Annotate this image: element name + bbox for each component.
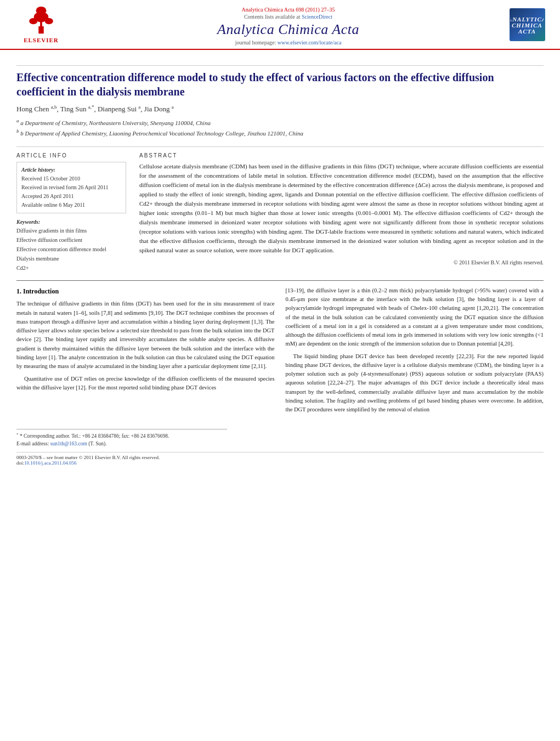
- body-divider: [16, 280, 544, 281]
- keywords-list: Diffusive gradients in thin films Effect…: [16, 226, 126, 273]
- elsevier-tree-icon: [22, 5, 60, 36]
- aca-logo: ANALYTICA CHIMICA ACTA: [510, 8, 545, 41]
- article-info-col: Article Info Article history: Received 1…: [16, 152, 126, 273]
- journal-title: Analytica Chimica Acta: [217, 21, 359, 38]
- svg-point-5: [36, 7, 47, 15]
- keywords-heading: Keywords:: [16, 219, 126, 225]
- article-info-heading: Article Info: [16, 152, 126, 159]
- body-para-2: Quantitative use of DGT relies on precis…: [16, 375, 275, 393]
- keywords-section: Keywords: Diffusive gradients in thin fi…: [16, 219, 126, 273]
- body-col-left: 1. Introduction The technique of diffusi…: [16, 286, 275, 418]
- article-body: Effective concentration difference model…: [0, 50, 560, 477]
- keyword-5: Cd2+: [16, 263, 126, 273]
- title-divider: [16, 65, 544, 66]
- journal-logo-right: ANALYTICA CHIMICA ACTA: [505, 4, 549, 49]
- body-para-4: The liquid binding phase DGT device has …: [286, 352, 544, 415]
- abstract-text: Cellulose acetate dialysis membrane (CDM…: [139, 162, 544, 255]
- body-para-3: [13–19], the diffusive layer is a thin (…: [286, 286, 544, 349]
- svg-point-6: [39, 29, 43, 32]
- online-date: Available online 6 May 2011: [21, 201, 121, 210]
- keyword-1: Diffusive gradients in thin films: [16, 226, 126, 235]
- abstract-col: Abstract Cellulose acetate dialysis memb…: [139, 152, 544, 273]
- sciencedirect-line: Contents lists available at ScienceDirec…: [244, 14, 332, 20]
- email-person: (T. Sun).: [88, 441, 106, 446]
- copyright-line: © 2011 Elsevier B.V. All rights reserved…: [139, 259, 544, 265]
- received-date: Received 15 October 2010: [21, 174, 121, 183]
- elsevier-label: ELSEVIER: [24, 37, 59, 43]
- section1-heading: 1. Introduction: [16, 286, 275, 297]
- footnote: * * Corresponding author. Tel.: +86 24 8…: [16, 432, 544, 448]
- footnote-divider: [16, 429, 227, 429]
- email-line: E-mail address: sun1th@163.com (T. Sun).: [16, 440, 544, 448]
- keyword-3: Effective concentration difference model: [16, 245, 126, 254]
- info-divider: [16, 146, 544, 147]
- history-label: Article history:: [21, 166, 121, 174]
- journal-meta-text: Analytica Chimica Acta 698 (2011) 27–35: [242, 7, 335, 13]
- aca-logo-icon: ANALYTICA CHIMICA ACTA: [511, 9, 544, 39]
- article-info-box: Article history: Received 15 October 201…: [16, 162, 126, 213]
- keyword-2: Effective diffusion coefficient: [16, 235, 126, 245]
- journal-center: Analytica Chimica Acta 698 (2011) 27–35 …: [71, 4, 505, 49]
- doi-label: doi:: [16, 460, 24, 466]
- issn-line: 0003-2670/$ – see front matter © 2011 El…: [16, 455, 160, 460]
- affiliation-a: a a Department of Chemistry, Northeaster…: [16, 117, 544, 127]
- doi-value: 10.1016/j.aca.2011.04.056: [24, 460, 76, 466]
- star-note: * * Corresponding author. Tel.: +86 24 8…: [16, 432, 544, 440]
- page: ELSEVIER Analytica Chimica Acta 698 (201…: [0, 0, 560, 741]
- article-title: Effective concentration difference model…: [16, 70, 544, 99]
- svg-text:ACTA: ACTA: [518, 28, 536, 35]
- body-para-1: The technique of diffusive gradients in …: [16, 299, 275, 371]
- affiliations: a a Department of Chemistry, Northeaster…: [16, 117, 544, 138]
- keyword-4: Dialysis membrane: [16, 254, 126, 263]
- info-abstract-section: Article Info Article history: Received 1…: [16, 152, 544, 273]
- authors: Hong Chen a,b, Ting Sun a,*, Dianpeng Su…: [16, 104, 544, 114]
- affiliation-b: b b Department of Applied Chemistry, Lia…: [16, 128, 544, 138]
- email-address: sun1th@163.com: [50, 441, 87, 446]
- accepted-date: Accepted 26 April 2011: [21, 192, 121, 201]
- svg-point-4: [45, 18, 53, 24]
- journal-meta: Analytica Chimica Acta 698 (2011) 27–35: [242, 7, 335, 13]
- doi-section: 0003-2670/$ – see front matter © 2011 El…: [16, 452, 544, 466]
- abstract-heading: Abstract: [139, 152, 544, 159]
- body-col-right: [13–19], the diffusive layer is a thin (…: [286, 286, 544, 418]
- journal-header: ELSEVIER Analytica Chimica Acta 698 (201…: [0, 0, 560, 50]
- revised-date: Received in revised form 26 April 2011: [21, 183, 121, 192]
- elsevier-logo: ELSEVIER: [11, 4, 71, 49]
- body-two-col: 1. Introduction The technique of diffusi…: [16, 286, 544, 418]
- journal-homepage: journal homepage: www.elsevier.com/locat…: [235, 39, 342, 46]
- email-label: E-mail address:: [16, 441, 49, 446]
- svg-point-3: [29, 18, 37, 24]
